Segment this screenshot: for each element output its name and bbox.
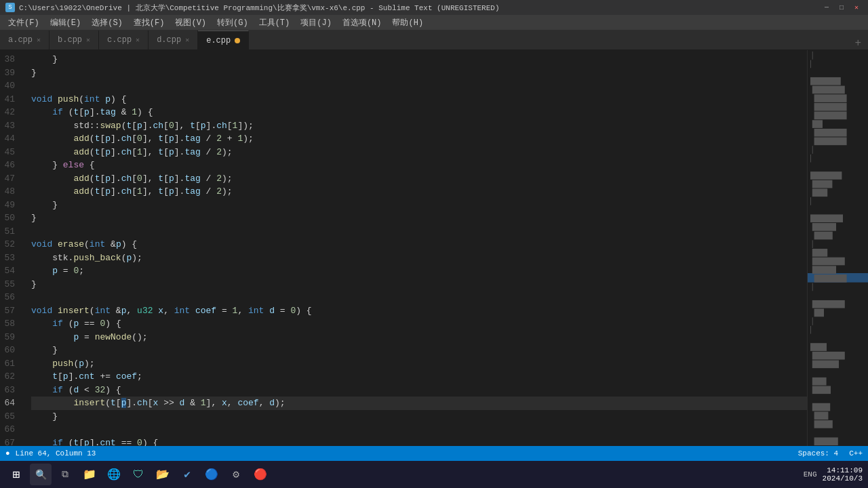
code-line-44: add(t[p].ch[0], t[p].tag / 2 + 1); xyxy=(31,132,807,146)
code-line-63: if (d < 32) { xyxy=(31,384,807,397)
code-content[interactable]: }} void push(int p) { if (t[p].tag & 1) … xyxy=(28,50,807,446)
start-button[interactable]: ⊞ xyxy=(5,464,27,485)
tab-a-cpp[interactable]: a.cpp ✕ xyxy=(0,30,50,49)
code-line-51 xyxy=(31,225,807,239)
search-button[interactable]: 🔍 xyxy=(30,464,52,485)
code-line-64: insert(t[p].ch[x >> d & 1], x, coef, d); xyxy=(31,396,807,410)
checkmark-icon[interactable]: ✔ xyxy=(176,464,198,485)
menu-item-n[interactable]: 首选项(N) xyxy=(337,15,387,30)
code-line-40 xyxy=(31,79,807,93)
code-line-50: } xyxy=(31,211,807,225)
line-number-65: 65 xyxy=(0,410,22,424)
code-line-60: } xyxy=(31,344,807,357)
line-number-53: 53 xyxy=(0,251,22,265)
code-line-41: void push(int p) { xyxy=(31,93,807,106)
line-number-51: 51 xyxy=(0,225,22,239)
cursor-position: Line 64, Column 13 xyxy=(16,449,96,458)
menu-item-j[interactable]: 项目(J) xyxy=(295,15,337,30)
defender-icon[interactable]: 🛡 xyxy=(127,464,149,485)
minimap[interactable] xyxy=(807,50,868,446)
browser-icon[interactable]: 🌐 xyxy=(103,464,125,485)
menu-item-t[interactable]: 工具(T) xyxy=(254,15,296,30)
line-number-47: 47 xyxy=(0,172,22,186)
line-number-61: 61 xyxy=(0,357,22,371)
code-line-67: if (t[p].cnt == 0) { xyxy=(31,436,807,447)
line-number-40: 40 xyxy=(0,79,22,93)
line-number-46: 46 xyxy=(0,159,22,172)
menu-item-e[interactable]: 编辑(E) xyxy=(45,15,87,30)
line-number-67: 67 xyxy=(0,436,22,447)
line-number-50: 50 xyxy=(0,211,22,225)
menu-item-s[interactable]: 选择(S) xyxy=(86,15,128,30)
code-line-49: } xyxy=(31,199,807,212)
code-line-47: add(t[p].ch[0], t[p].tag / 2); xyxy=(31,172,807,186)
line-number-56: 56 xyxy=(0,291,22,304)
blue-icon[interactable]: 🔵 xyxy=(201,464,222,485)
line-number-38: 38 xyxy=(0,53,22,66)
code-line-66 xyxy=(31,423,807,436)
code-line-53: stk.push_back(p); xyxy=(31,251,807,265)
line-number-57: 57 xyxy=(0,304,22,318)
minimize-button[interactable]: ─ xyxy=(821,1,833,14)
spaces-indicator: Spaces: 4 xyxy=(798,449,838,458)
tab-bar: a.cpp ✕ b.cpp ✕ c.cpp ✕ d.cpp ✕ e.cpp + xyxy=(0,30,868,50)
code-line-61: push(p); xyxy=(31,357,807,371)
tab-e-cpp[interactable]: e.cpp xyxy=(198,30,249,49)
line-number-49: 49 xyxy=(0,199,22,212)
menu-item-g[interactable]: 转到(G) xyxy=(212,15,254,30)
close-tab-a[interactable]: ✕ xyxy=(37,36,41,44)
line-number-41: 41 xyxy=(0,93,22,106)
close-button[interactable]: ✕ xyxy=(850,1,863,14)
line-number-55: 55 xyxy=(0,278,22,291)
line-number-63: 63 xyxy=(0,384,22,397)
tab-d-cpp[interactable]: d.cpp ✕ xyxy=(149,30,198,49)
add-tab-button[interactable]: + xyxy=(848,37,868,49)
close-tab-b[interactable]: ✕ xyxy=(86,36,90,44)
code-line-42: if (t[p].tag & 1) { xyxy=(31,106,807,119)
code-line-46: } else { xyxy=(31,159,807,172)
line-number-60: 60 xyxy=(0,344,22,357)
maximize-button[interactable]: □ xyxy=(835,1,848,14)
tab-b-cpp[interactable]: b.cpp ✕ xyxy=(50,30,99,49)
line-number-62: 62 xyxy=(0,370,22,384)
code-editor[interactable]: 3839404142434445464748495051525354555657… xyxy=(0,50,807,446)
code-line-62: t[p].cnt += coef; xyxy=(31,370,807,384)
line-number-59: 59 xyxy=(0,331,22,344)
close-tab-c[interactable]: ✕ xyxy=(136,36,140,44)
code-line-57: void insert(int &p, u32 x, int coef = 1,… xyxy=(31,304,807,318)
menu-item-f[interactable]: 查找(F) xyxy=(128,15,170,30)
line-number-43: 43 xyxy=(0,119,22,133)
line-number-54: 54 xyxy=(0,264,22,278)
app-icon: S xyxy=(5,3,15,12)
title-text: C:\Users\19022\OneDrive | 北京大学\Competiti… xyxy=(19,3,500,13)
code-line-38: } xyxy=(31,53,807,66)
taskview-button[interactable]: ⧉ xyxy=(54,464,76,485)
language-indicator: C++ xyxy=(849,449,863,458)
line-number-44: 44 xyxy=(0,132,22,146)
folder-icon[interactable]: 📂 xyxy=(152,464,174,485)
code-line-59: p = newNode(); xyxy=(31,331,807,344)
tab-c-cpp[interactable]: c.cpp ✕ xyxy=(99,30,149,49)
code-line-48: add(t[p].ch[1], t[p].tag / 2); xyxy=(31,185,807,199)
code-line-65: } xyxy=(31,410,807,424)
menu-item-h[interactable]: 帮助(H) xyxy=(387,15,429,30)
code-line-56 xyxy=(31,291,807,304)
line-number-66: 66 xyxy=(0,423,22,436)
menu-item-f[interactable]: 文件(F) xyxy=(3,15,45,30)
red-icon[interactable]: 🔴 xyxy=(250,464,271,485)
title-bar: S C:\Users\19022\OneDrive | 北京大学\Competi… xyxy=(0,0,868,15)
menu-item-v[interactable]: 视图(V) xyxy=(170,15,212,30)
menu-bar: 文件(F)编辑(E)选择(S)查找(F)视图(V)转到(G)工具(T)项目(J)… xyxy=(0,15,868,30)
file-explorer-icon[interactable]: 📁 xyxy=(79,464,100,485)
status-bar: ● Line 64, Column 13 Spaces: 4 C++ xyxy=(0,446,868,461)
minimap-canvas xyxy=(808,50,868,446)
code-line-52: void erase(int &p) { xyxy=(31,238,807,251)
status-right: Spaces: 4 C++ xyxy=(798,449,863,458)
modified-indicator xyxy=(235,38,240,43)
status-left: ● Line 64, Column 13 xyxy=(5,449,96,458)
main-area: 3839404142434445464748495051525354555657… xyxy=(0,50,868,446)
clock: 14:11:09 2024/10/3 xyxy=(823,466,863,483)
close-tab-d[interactable]: ✕ xyxy=(185,36,189,44)
settings-icon[interactable]: ⚙ xyxy=(225,464,247,485)
lang-indicator: ENG xyxy=(804,470,817,479)
